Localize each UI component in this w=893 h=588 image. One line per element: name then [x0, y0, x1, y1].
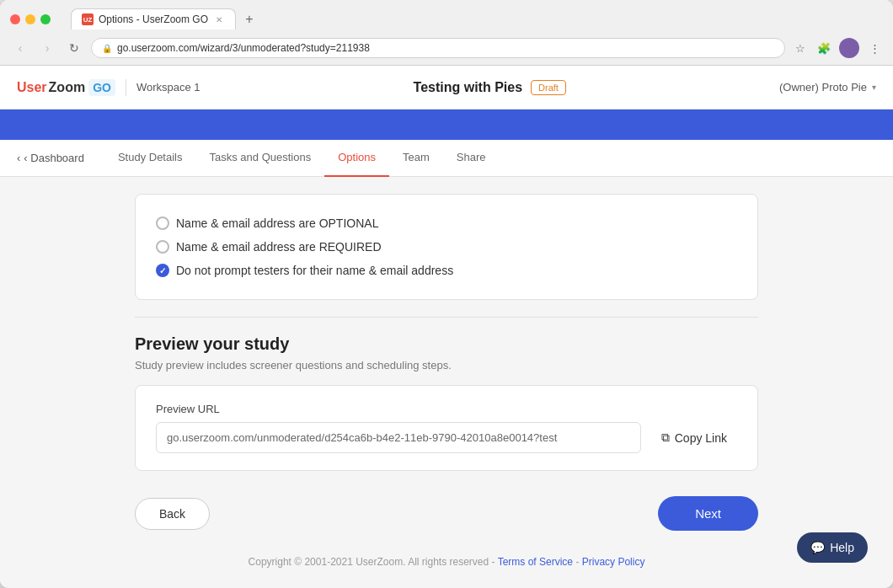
owner-menu[interactable]: (Owner) Proto Pie ▾: [779, 81, 876, 94]
radio-no-prompt-input[interactable]: [156, 264, 169, 277]
forward-nav-button[interactable]: ›: [37, 38, 57, 58]
logo-go-text: GO: [88, 79, 115, 96]
close-window-button[interactable]: [10, 14, 20, 24]
tab-share-label: Share: [457, 151, 486, 163]
profile-avatar[interactable]: [839, 38, 859, 58]
radio-option-optional[interactable]: Name & email address are OPTIONAL: [156, 211, 737, 235]
tab-options-label: Options: [338, 151, 376, 163]
copy-link-label: Copy Link: [675, 431, 727, 445]
privacy-policy-link[interactable]: Privacy Policy: [582, 556, 645, 568]
tab-close-button[interactable]: ✕: [213, 13, 225, 25]
preview-url-input[interactable]: [156, 422, 641, 453]
page-footer: Copyright © 2001-2021 UserZoom. All righ…: [0, 548, 893, 581]
study-title: Testing with Pies: [414, 80, 523, 95]
copy-link-button[interactable]: ⧉ Copy Link: [651, 424, 737, 452]
logo-user-text: User: [17, 80, 47, 95]
radio-required-input[interactable]: [156, 240, 169, 254]
back-nav-button[interactable]: ‹: [10, 38, 30, 58]
back-link-label: ‹ Dashboard: [24, 152, 84, 164]
workspace-label: Workspace 1: [136, 81, 201, 94]
reload-button[interactable]: ↻: [64, 38, 84, 58]
help-label: Help: [830, 541, 854, 554]
back-arrow-icon: ‹: [17, 152, 20, 164]
tab-favicon: UZ: [82, 13, 94, 25]
owner-label: (Owner) Proto Pie: [779, 81, 867, 94]
tab-title: Options - UserZoom GO: [99, 13, 208, 25]
radio-option-required[interactable]: Name & email address are REQUIRED: [156, 235, 737, 259]
radio-no-prompt-label: Do not prompt testers for their name & e…: [176, 264, 453, 277]
draft-badge: Draft: [531, 80, 566, 95]
radio-optional-input[interactable]: [156, 216, 169, 230]
traffic-lights: [10, 14, 51, 24]
logo-divider: [126, 79, 126, 96]
nav-tabs: ‹ ‹ Dashboard Study Details Tasks and Qu…: [0, 140, 893, 177]
preview-section-title: Preview your study: [135, 334, 758, 354]
url-row: ⧉ Copy Link: [156, 422, 737, 453]
copyright-text: Copyright © 2001-2021 UserZoom. All righ…: [249, 556, 495, 568]
chevron-down-icon: ▾: [872, 83, 876, 92]
lock-icon: 🔒: [102, 44, 112, 53]
terms-of-service-link[interactable]: Terms of Service: [498, 556, 573, 568]
section-divider: [135, 317, 758, 318]
minimize-window-button[interactable]: [25, 14, 35, 24]
tab-study-details[interactable]: Study Details: [104, 140, 196, 177]
tab-tasks-questions[interactable]: Tasks and Questions: [195, 140, 324, 177]
tab-study-details-label: Study Details: [118, 151, 183, 163]
url-field-label: Preview URL: [156, 403, 737, 415]
copy-icon: ⧉: [661, 430, 670, 445]
next-button[interactable]: Next: [658, 496, 758, 531]
tab-team[interactable]: Team: [389, 140, 443, 177]
app-header: UserZoom GO Workspace 1 Testing with Pie…: [0, 66, 893, 110]
radio-optional-label: Name & email address are OPTIONAL: [176, 216, 378, 230]
url-text: go.userzoom.com/wizard/3/unmoderated?stu…: [117, 42, 370, 54]
preview-card: Preview URL ⧉ Copy Link: [135, 385, 758, 471]
logo-section: UserZoom GO Workspace 1: [17, 79, 201, 96]
address-bar[interactable]: 🔒 go.userzoom.com/wizard/3/unmoderated?s…: [91, 38, 785, 58]
tab-share[interactable]: Share: [443, 140, 500, 177]
extensions-button[interactable]: 🧩: [815, 40, 832, 56]
email-options-card: Name & email address are OPTIONAL Name &…: [135, 194, 758, 300]
bookmark-button[interactable]: ☆: [792, 40, 809, 56]
tab-options[interactable]: Options: [324, 140, 389, 177]
logo-zoom-text: Zoom: [49, 80, 86, 95]
footer-buttons: Back Next: [135, 488, 758, 548]
logo[interactable]: UserZoom GO: [17, 79, 115, 96]
maximize-window-button[interactable]: [40, 14, 51, 24]
tab-bar: UZ Options - UserZoom GO ✕ +: [71, 8, 259, 29]
preview-section-subtitle: Study preview includes screener question…: [135, 359, 758, 372]
browser-tab[interactable]: UZ Options - UserZoom GO ✕: [71, 8, 236, 29]
footer-separator: -: [575, 556, 581, 568]
radio-option-no-prompt[interactable]: Do not prompt testers for their name & e…: [156, 259, 737, 282]
blue-bar: [0, 110, 893, 140]
header-center: Testing with Pies Draft: [414, 80, 566, 95]
help-icon: 💬: [810, 541, 825, 554]
tab-tasks-questions-label: Tasks and Questions: [209, 151, 311, 163]
dashboard-back-link[interactable]: ‹ ‹ Dashboard: [17, 152, 84, 164]
main-content: Name & email address are OPTIONAL Name &…: [0, 177, 893, 588]
menu-button[interactable]: ⋮: [866, 40, 883, 56]
tab-team-label: Team: [403, 151, 430, 163]
help-button[interactable]: 💬 Help: [797, 532, 868, 563]
radio-required-label: Name & email address are REQUIRED: [176, 240, 382, 254]
new-tab-button[interactable]: +: [239, 9, 259, 29]
back-button[interactable]: Back: [135, 498, 210, 530]
